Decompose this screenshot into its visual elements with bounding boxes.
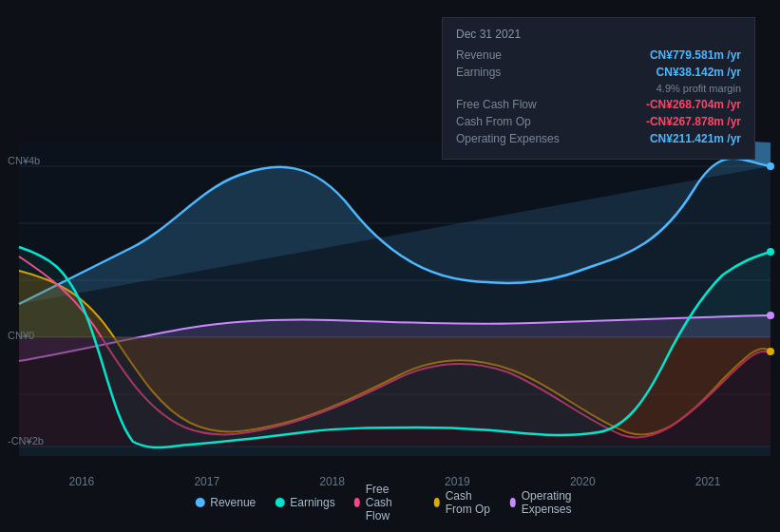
revenue-dot — [195, 498, 204, 507]
revenue-label: Revenue — [456, 48, 570, 62]
opex-value: CN¥211.421m /yr — [650, 132, 741, 145]
y-label-zero: CN¥0 — [8, 330, 34, 341]
legend-item-earnings[interactable]: Earnings — [275, 496, 334, 509]
fcf-value: -CN¥268.704m /yr — [646, 98, 741, 111]
fcf-dot — [354, 498, 360, 507]
legend-cashfromop-label: Cash From Op — [446, 489, 491, 516]
svg-point-10 — [767, 248, 774, 256]
legend-fcf-label: Free Cash Flow — [366, 483, 415, 522]
legend-item-opex[interactable]: Operating Expenses — [510, 489, 585, 516]
opex-label: Operating Expenses — [456, 132, 570, 145]
legend-opex-label: Operating Expenses — [522, 489, 585, 516]
info-row-revenue: Revenue CN¥779.581m /yr — [456, 48, 741, 62]
legend-revenue-label: Revenue — [210, 496, 256, 509]
x-label-2016: 2016 — [69, 475, 95, 488]
y-label-bottom: -CN¥2b — [8, 435, 44, 446]
info-row-opex: Operating Expenses CN¥211.421m /yr — [456, 132, 741, 145]
cashfromop-label: Cash From Op — [456, 115, 570, 128]
svg-point-11 — [767, 348, 774, 355]
legend-earnings-label: Earnings — [290, 496, 334, 509]
profit-margin: 4.9% profit margin — [456, 83, 741, 94]
earnings-label: Earnings — [456, 66, 570, 79]
info-row-cashfromop: Cash From Op -CN¥267.878m /yr — [456, 115, 741, 128]
legend-item-revenue[interactable]: Revenue — [195, 496, 256, 509]
x-label-2021: 2021 — [695, 475, 721, 488]
earnings-dot — [275, 498, 284, 507]
svg-point-8 — [767, 162, 774, 170]
earnings-value: CN¥38.142m /yr — [656, 66, 741, 79]
chart-container: CN¥4b CN¥0 -CN¥2b 2016 2017 2018 2019 20… — [0, 0, 780, 532]
legend-item-cashfromop[interactable]: Cash From Op — [434, 489, 491, 516]
cashfromop-value: -CN¥267.878m /yr — [646, 115, 741, 128]
revenue-value: CN¥779.581m /yr — [650, 48, 741, 62]
info-row-fcf: Free Cash Flow -CN¥268.704m /yr — [456, 98, 741, 111]
y-label-top: CN¥4b — [8, 155, 40, 166]
cashfromop-dot — [434, 498, 440, 507]
legend: Revenue Earnings Free Cash Flow Cash Fro… — [195, 483, 585, 522]
opex-dot — [510, 498, 516, 507]
fcf-label: Free Cash Flow — [456, 98, 570, 111]
info-row-earnings: Earnings CN¥38.142m /yr — [456, 66, 741, 79]
info-box-date: Dec 31 2021 — [456, 28, 741, 41]
svg-point-9 — [767, 312, 774, 319]
legend-item-fcf[interactable]: Free Cash Flow — [354, 483, 415, 522]
info-box: Dec 31 2021 Revenue CN¥779.581m /yr Earn… — [442, 17, 755, 160]
